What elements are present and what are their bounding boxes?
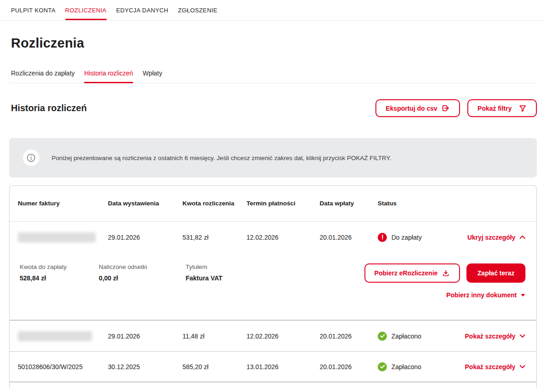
- due-date: 13.01.2026: [246, 363, 320, 371]
- tab-rozliczenia-do-zaplaty[interactable]: Rozliczenia do zapłaty: [11, 70, 75, 83]
- col-kwota-rozliczenia: Kwota rozliczenia: [182, 199, 246, 208]
- download-esettlement-label: Pobierz eRozliczenie: [375, 269, 438, 277]
- table-row: 29.01.2026 11,48 zł 12.02.2026 20.01.202…: [10, 321, 536, 351]
- show-details-label: Pokaż szczegóły: [465, 363, 516, 371]
- title-value: Faktura VAT: [186, 274, 222, 282]
- show-filters-button[interactable]: Pokaż filtry: [467, 99, 537, 117]
- section-title: Historia rozliczeń: [11, 103, 87, 113]
- col-data-wystawienia: Data wystawienia: [108, 199, 182, 208]
- status-badge: Zapłacono: [391, 363, 421, 371]
- amount: 531,82 zł: [182, 234, 246, 241]
- chevron-down-icon: [519, 334, 525, 338]
- pay-now-button[interactable]: Zapłać teraz: [466, 263, 525, 283]
- col-data-wplaty: Data wpłaty: [320, 199, 378, 208]
- interest-label: Naliczone odsetki: [99, 263, 177, 270]
- invoice-number-redacted: [18, 232, 108, 242]
- table-row: 501028606/30/W/2025 30.12.2025 585,20 zł…: [10, 352, 536, 381]
- download-other-document-link[interactable]: Pobierz inny dokument: [446, 291, 525, 299]
- tab-bar: Rozliczenia do zapłaty Historia rozlicze…: [9, 70, 537, 83]
- payment-date: 20.01.2026: [320, 363, 378, 371]
- due-date: 12.02.2026: [246, 333, 320, 340]
- row-details-panel: Kwota do zapłaty 528,84 zł Naliczone ods…: [10, 252, 536, 320]
- download-icon: [442, 269, 450, 277]
- check-icon: [378, 362, 387, 371]
- invoice-number: 501028606/30/W/2025: [18, 363, 108, 371]
- payment-date: 20.01.2026: [320, 333, 378, 340]
- col-status: Status: [378, 199, 460, 208]
- alert-icon: [378, 233, 387, 242]
- table-header-row: Numer faktury Data wystawienia Kwota roz…: [10, 186, 536, 222]
- info-banner-text: Poniżej prezentowane są rozliczenia z os…: [52, 155, 391, 161]
- status-badge: Zapłacono: [391, 333, 421, 340]
- hide-details-label: Ukryj szczegóły: [467, 234, 515, 241]
- due-date: 12.02.2026: [246, 234, 320, 241]
- filter-funnel-icon: [519, 104, 527, 113]
- nav-item-zgloszenie[interactable]: ZGŁOSZENIE: [178, 0, 217, 20]
- amount-due-value: 528,84 zł: [20, 274, 90, 282]
- page-title: Rozliczenia: [11, 36, 537, 51]
- chevron-up-icon: [519, 235, 525, 239]
- amount: 11,48 zł: [182, 333, 246, 340]
- export-csv-label: Eksportuj do csv: [385, 105, 437, 112]
- amount: 585,20 zł: [182, 363, 246, 371]
- issue-date: 30.12.2025: [108, 363, 182, 371]
- amount-due-label: Kwota do zapłaty: [20, 263, 90, 270]
- hide-details-link[interactable]: Ukryj szczegóły: [460, 234, 525, 241]
- caret-down-icon: [520, 294, 525, 297]
- tab-wplaty[interactable]: Wpłaty: [143, 70, 162, 83]
- interest-value: 0,00 zł: [99, 274, 177, 282]
- export-icon: [441, 104, 450, 113]
- settlements-table: Numer faktury Data wystawienia Kwota roz…: [9, 185, 537, 388]
- show-details-label: Pokaż szczegóły: [465, 333, 516, 340]
- top-navigation: PULPIT KONTA ROZLICZENIA EDYCJA DANYCH Z…: [0, 0, 546, 21]
- download-other-document-label: Pobierz inny dokument: [446, 291, 517, 299]
- nav-item-edycja-danych[interactable]: EDYCJA DANYCH: [116, 0, 168, 20]
- nav-item-pulpit-konta[interactable]: PULPIT KONTA: [11, 0, 56, 20]
- table-row: 29.01.2026 531,82 zł 12.02.2026 20.01.20…: [10, 222, 536, 252]
- invoice-number-redacted: [18, 331, 108, 341]
- col-termin-platnosci: Termin płatności: [246, 199, 320, 208]
- title-label: Tytułem: [186, 263, 222, 270]
- info-icon: [23, 150, 39, 166]
- export-csv-button[interactable]: Eksportuj do csv: [375, 99, 460, 117]
- tab-historia-rozliczen[interactable]: Historia rozliczeń: [84, 70, 133, 83]
- download-esettlement-button[interactable]: Pobierz eRozliczenie: [364, 263, 460, 283]
- nav-item-rozliczenia[interactable]: ROZLICZENIA: [65, 0, 107, 20]
- chevron-down-icon: [519, 365, 525, 369]
- payment-date: 20.01.2026: [320, 234, 378, 241]
- show-filters-label: Pokaż filtry: [477, 105, 512, 112]
- col-numer-faktury: Numer faktury: [18, 199, 108, 208]
- info-banner: Poniżej prezentowane są rozliczenia z os…: [9, 138, 537, 177]
- issue-date: 29.01.2026: [108, 333, 182, 340]
- check-icon: [378, 332, 387, 341]
- show-details-link[interactable]: Pokaż szczegóły: [460, 363, 525, 371]
- show-details-link[interactable]: Pokaż szczegóły: [460, 333, 525, 340]
- status-badge: Do zapłaty: [391, 234, 422, 241]
- issue-date: 29.01.2026: [108, 234, 182, 241]
